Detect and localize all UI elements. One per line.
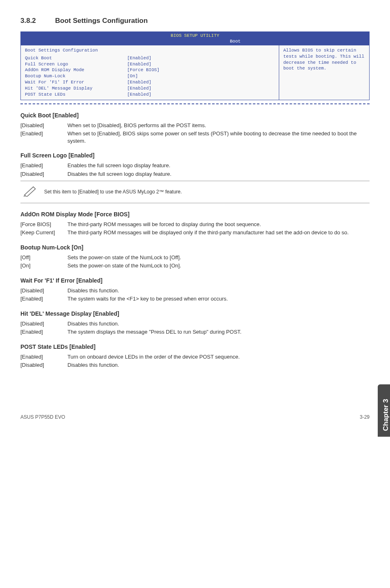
subheading-post-leds: POST State LEDs [Enabled] [20,343,370,351]
bios-bottom-dash [20,103,370,104]
bios-row: Bootup Num-Lock[On] [25,73,275,79]
bios-panel-title: Boot Settings Configuration [25,47,275,54]
bios-row: Quick Boot[Enabled] [25,55,275,61]
option-row: [Disabled]Disables this function. [20,320,370,328]
option-row: [Enabled]The system waits for the <F1> k… [20,295,370,303]
page-footer: ASUS P7P55D EVO 3-29 [20,414,370,420]
option-row: [Enabled]Enables the full screen logo di… [20,162,370,169]
option-row: [Disabled]Disables the full screen logo … [20,171,370,178]
footer-right: 3-29 [360,414,370,420]
option-row: [Enabled]When set to [Enabled], BIOS ski… [20,130,370,144]
option-row: [Off]Sets the power-on state of the NumL… [20,254,370,261]
section-number: 3.8.2 [20,16,53,26]
bios-row: Hit 'DEL' Message Display[Enabled] [25,85,275,92]
bios-utility-panel: BIOS SETUP UTILITY Boot Boot Settings Co… [20,31,370,100]
subheading-wait-f1: Wait For 'F1' If Error [Enabled] [20,277,370,285]
footer-left: ASUS P7P55D EVO [20,414,65,420]
option-row: [Disabled]Disables this function. [20,361,370,369]
bios-row: POST State LEDs[Enabled] [25,92,275,98]
subheading-quick-boot: Quick Boot [Enabled] [20,112,370,119]
option-row: [On]Sets the power-on state of the NumLo… [20,262,370,269]
bios-settings-list: Boot Settings Configuration Quick Boot[E… [21,45,279,100]
subheading-full-screen-logo: Full Screen Logo [Enabled] [20,152,370,159]
pencil-icon [23,185,37,199]
option-row: [Force BIOS]The third-party ROM messages… [20,221,370,228]
bios-row: Wait For 'F1' If Error[Enabled] [25,79,275,85]
subheading-hit-del: Hit 'DEL' Message Display [Enabled] [20,310,370,318]
note-box: Set this item to [Enabled] to use the AS… [20,181,370,203]
option-row: [Disabled]When set to [Disabled], BIOS p… [20,122,370,129]
option-row: [Enabled]Turn on onboard device LEDs in … [20,353,370,361]
bios-help-text: Allows BIOS to skip certain tests while … [279,45,369,100]
note-text: Set this item to [Enabled] to use the AS… [44,189,182,195]
bios-tab-boot: Boot [230,38,240,45]
bios-row: Full Screen Logo[Enabled] [25,61,275,67]
chapter-side-tab: Chapter 3 [378,384,390,437]
bios-header-title: BIOS SETUP UTILITY [171,33,220,39]
section-heading: 3.8.2 Boot Settings Configuration [20,16,370,26]
section-title-text: Boot Settings Configuration [55,17,148,25]
option-row: [Keep Current]The third-party ROM messag… [20,229,370,236]
bios-header: BIOS SETUP UTILITY Boot [21,32,369,45]
subheading-addon-rom: AddOn ROM Display Mode [Force BIOS] [20,211,370,218]
bios-row: AddOn ROM Display Mode[Force BIOS] [25,67,275,73]
option-row: [Disabled]Disables this function. [20,287,370,294]
subheading-bootup-numlock: Bootup Num-Lock [On] [20,244,370,251]
option-row: [Enabled]The system displays the message… [20,328,370,336]
